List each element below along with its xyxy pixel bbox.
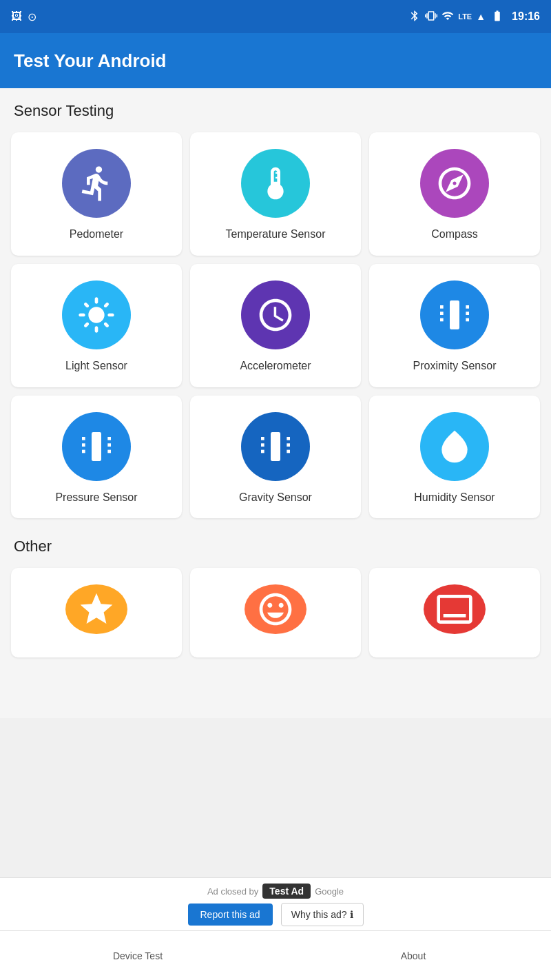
temperature-icon <box>256 164 295 203</box>
bottom-nav: Device Test About <box>0 930 551 980</box>
sensor-grid: Pedometer Temperature Sensor Compass <box>0 127 551 524</box>
card-humidity-sensor[interactable]: Humidity Sensor <box>369 396 540 519</box>
temperature-icon-circle <box>241 149 310 218</box>
status-bar-left: 🖼 ⊙ <box>11 10 37 23</box>
gravity-sensor-label: Gravity Sensor <box>239 491 312 505</box>
accelerometer-icon <box>256 296 295 334</box>
pedometer-icon <box>77 164 116 203</box>
svg-rect-13 <box>107 449 111 453</box>
ad-buttons: Report this ad Why this ad? ℹ <box>188 903 364 926</box>
svg-rect-14 <box>271 432 280 461</box>
app-bar-title: Test Your Android <box>14 50 166 72</box>
status-bar-right: LTE ▲ 19:16 <box>408 10 540 24</box>
light-icon <box>77 296 116 334</box>
signal-icon: ▲ <box>476 11 486 22</box>
other-3-icon-circle <box>424 584 486 634</box>
face-icon <box>256 590 295 629</box>
svg-rect-17 <box>261 449 264 453</box>
light-icon-circle <box>62 280 131 349</box>
other-grid <box>0 562 551 663</box>
compass-icon <box>435 164 474 203</box>
svg-rect-7 <box>92 432 101 461</box>
proximity-sensor-label: Proximity Sensor <box>413 359 497 374</box>
other-section: Other <box>0 524 551 663</box>
svg-rect-3 <box>440 318 444 321</box>
card-proximity-sensor[interactable]: Proximity Sensor <box>369 264 540 387</box>
ad-close-line: Ad closed by Test Ad Google <box>207 884 344 899</box>
gravity-icon-circle <box>241 412 310 481</box>
svg-rect-12 <box>107 443 111 447</box>
temperature-label: Temperature Sensor <box>226 227 326 242</box>
card-light-sensor[interactable]: Light Sensor <box>11 264 182 387</box>
sensor-section-title: Sensor Testing <box>0 88 551 127</box>
compass-icon-circle <box>420 149 489 218</box>
svg-rect-18 <box>287 437 290 440</box>
device-test-label: Device Test <box>113 950 163 961</box>
star-icon <box>77 590 116 629</box>
info-icon: ℹ <box>350 909 353 920</box>
ad-banner: Ad closed by Test Ad Google Report this … <box>0 877 551 930</box>
humidity-sensor-label: Humidity Sensor <box>414 491 495 505</box>
proximity-icon <box>435 296 474 334</box>
svg-rect-20 <box>287 449 290 453</box>
pedometer-label: Pedometer <box>70 227 123 242</box>
svg-rect-0 <box>450 300 459 329</box>
why-ad-button[interactable]: Why this ad? ℹ <box>281 903 364 926</box>
pressure-sensor-label: Pressure Sensor <box>55 491 137 505</box>
nav-item-device-test[interactable]: Device Test <box>0 950 276 961</box>
other-section-title: Other <box>0 524 551 562</box>
svg-rect-15 <box>261 437 264 440</box>
other-2-icon-circle <box>245 584 306 634</box>
status-bar: 🖼 ⊙ LTE ▲ 19:16 <box>0 0 551 33</box>
svg-rect-19 <box>287 443 290 447</box>
svg-rect-11 <box>107 437 111 440</box>
card-accelerometer[interactable]: Accelerometer <box>190 264 361 387</box>
report-ad-button[interactable]: Report this ad <box>188 904 273 926</box>
pedometer-icon-circle <box>62 149 131 218</box>
card-pressure-sensor[interactable]: Pressure Sensor <box>11 396 182 519</box>
accelerometer-label: Accelerometer <box>240 359 311 374</box>
proximity-icon-circle <box>420 280 489 349</box>
ad-test-badge: Test Ad <box>262 884 311 899</box>
wifi-icon <box>441 10 454 24</box>
humidity-icon-circle <box>420 412 489 481</box>
display-icon <box>435 590 474 629</box>
main-content: Sensor Testing Pedometer Temperature Sen… <box>0 88 551 718</box>
ad-provider: Google <box>315 886 344 897</box>
pressure-icon <box>77 427 116 466</box>
humidity-icon <box>435 427 474 466</box>
card-compass[interactable]: Compass <box>369 132 540 256</box>
sensor-section: Sensor Testing Pedometer Temperature Sen… <box>0 88 551 524</box>
card-temperature-sensor[interactable]: Temperature Sensor <box>190 132 361 256</box>
svg-rect-6 <box>466 318 469 321</box>
compass-label: Compass <box>431 227 478 242</box>
bluetooth-icon <box>408 10 421 24</box>
about-label: About <box>401 950 426 961</box>
pressure-icon-circle <box>62 412 131 481</box>
svg-rect-2 <box>440 312 444 315</box>
gravity-icon <box>256 427 295 466</box>
light-sensor-label: Light Sensor <box>65 359 127 374</box>
loading-icon: ⊙ <box>28 10 37 23</box>
card-other-2[interactable] <box>190 568 361 657</box>
time: 19:16 <box>512 10 540 23</box>
card-other-3[interactable] <box>369 568 540 657</box>
vibrate-icon <box>425 10 437 24</box>
card-pedometer[interactable]: Pedometer <box>11 132 182 256</box>
svg-rect-16 <box>261 443 264 447</box>
app-bar: Test Your Android <box>0 33 551 88</box>
why-ad-label: Why this ad? <box>291 909 347 920</box>
svg-rect-9 <box>82 443 85 447</box>
svg-rect-4 <box>466 305 469 309</box>
battery-icon <box>490 10 505 24</box>
card-other-1[interactable] <box>11 568 182 657</box>
svg-rect-5 <box>466 312 469 315</box>
nav-item-about[interactable]: About <box>276 950 551 961</box>
accelerometer-icon-circle <box>241 280 310 349</box>
photo-icon: 🖼 <box>11 10 22 23</box>
card-gravity-sensor[interactable]: Gravity Sensor <box>190 396 361 519</box>
svg-rect-10 <box>82 449 85 453</box>
lte-icon: LTE <box>458 12 472 21</box>
svg-rect-8 <box>82 437 85 440</box>
ad-close-text: Ad closed by <box>207 886 258 897</box>
